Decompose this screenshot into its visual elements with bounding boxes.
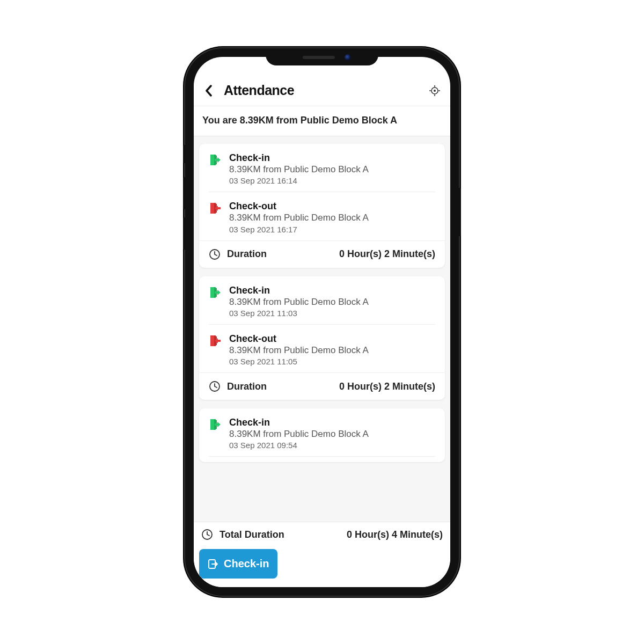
door-enter-icon	[209, 285, 222, 318]
entry-distance: 8.39KM from Public Demo Block A	[229, 164, 435, 175]
entry-timestamp: 03 Sep 2021 16:17	[229, 225, 435, 234]
clock-icon	[201, 529, 213, 540]
screen: Attendance You are 8.39KM from Public De…	[194, 57, 450, 587]
door-exit-icon	[209, 333, 222, 366]
total-duration-label: Total Duration	[219, 529, 284, 540]
checkin-entry: Check-in 8.39KM from Public Demo Block A…	[199, 276, 445, 324]
phone-camera	[345, 54, 351, 61]
bottom-bar: Total Duration 0 Hour(s) 4 Minute(s) Che…	[194, 522, 450, 587]
door-exit-icon	[209, 201, 222, 233]
entry-title: Check-out	[229, 201, 435, 212]
clock-icon	[209, 380, 221, 392]
phone-side-button	[458, 188, 461, 236]
total-duration-value: 0 Hour(s) 4 Minute(s)	[347, 529, 443, 540]
entry-title: Check-in	[229, 285, 435, 296]
app-header: Attendance	[194, 57, 450, 106]
locate-button[interactable]	[429, 85, 441, 97]
phone-side-button	[183, 217, 186, 250]
door-enter-icon	[209, 152, 222, 185]
entry-title: Check-in	[229, 417, 435, 428]
distance-subheader: You are 8.39KM from Public Demo Block A	[194, 106, 450, 136]
phone-side-button	[183, 177, 186, 209]
door-enter-icon	[209, 417, 222, 450]
duration-row: Duration 0 Hour(s) 2 Minute(s)	[199, 240, 445, 268]
entry-distance: 8.39KM from Public Demo Block A	[229, 428, 435, 440]
entry-distance: 8.39KM from Public Demo Block A	[229, 345, 435, 356]
entry-timestamp: 03 Sep 2021 11:05	[229, 357, 435, 366]
crosshair-icon	[429, 85, 440, 96]
entry-title: Check-out	[229, 333, 435, 345]
entry-timestamp: 03 Sep 2021 11:03	[229, 309, 435, 318]
phone-frame: Attendance You are 8.39KM from Public De…	[185, 48, 459, 596]
page-title: Attendance	[224, 83, 419, 98]
duration-value: 0 Hour(s) 2 Minute(s)	[339, 248, 435, 260]
phone-speaker	[303, 56, 335, 59]
entry-distance: 8.39KM from Public Demo Block A	[229, 212, 435, 223]
total-duration-row: Total Duration 0 Hour(s) 4 Minute(s)	[194, 522, 450, 546]
duration-row: Duration 0 Hour(s) 2 Minute(s)	[199, 372, 445, 400]
entry-title: Check-in	[229, 152, 435, 164]
entry-distance: 8.39KM from Public Demo Block A	[229, 296, 435, 308]
attendance-card: Check-in 8.39KM from Public Demo Block A…	[199, 408, 445, 462]
checkout-entry: Check-out 8.39KM from Public Demo Block …	[209, 192, 435, 240]
checkout-entry: Check-out 8.39KM from Public Demo Block …	[209, 324, 435, 372]
attendance-card: Check-in 8.39KM from Public Demo Block A…	[199, 144, 445, 268]
entry-timestamp: 03 Sep 2021 09:54	[229, 441, 435, 450]
checkin-button-label: Check-in	[224, 558, 269, 570]
attendance-card: Check-in 8.39KM from Public Demo Block A…	[199, 276, 445, 400]
svg-point-1	[434, 90, 436, 92]
clock-icon	[209, 248, 221, 260]
attendance-list[interactable]: Check-in 8.39KM from Public Demo Block A…	[194, 136, 450, 522]
duration-label: Duration	[227, 381, 267, 392]
phone-side-button	[183, 145, 186, 163]
enter-icon	[208, 559, 218, 569]
duration-value: 0 Hour(s) 2 Minute(s)	[339, 381, 435, 392]
checkin-button[interactable]: Check-in	[199, 549, 277, 579]
back-button[interactable]	[203, 85, 214, 96]
duration-label: Duration	[227, 248, 267, 260]
checkin-entry: Check-in 8.39KM from Public Demo Block A…	[199, 144, 445, 192]
chevron-left-icon	[205, 85, 213, 97]
checkin-entry: Check-in 8.39KM from Public Demo Block A…	[199, 408, 445, 456]
entry-timestamp: 03 Sep 2021 16:14	[229, 176, 435, 185]
